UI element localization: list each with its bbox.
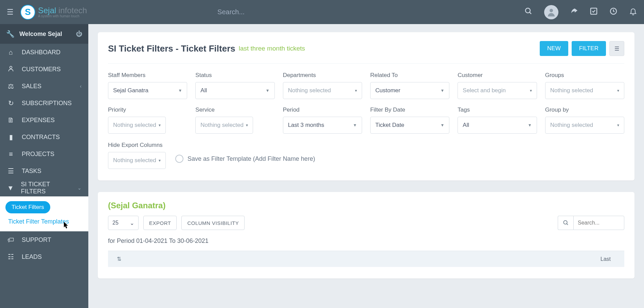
logo-tagline: A system with human touch xyxy=(38,15,87,18)
sidebar-item-leads[interactable]: ☷LEADS xyxy=(0,248,88,265)
filter-button[interactable]: FILTER xyxy=(572,41,606,56)
sidebar-item-expenses[interactable]: 🗎EXPENSES xyxy=(0,112,88,129)
svg-point-6 xyxy=(564,220,567,224)
label-hide-cols: Hide Export Columns xyxy=(108,142,166,149)
label-tags: Tags xyxy=(458,107,537,113)
sidebar-item-dashboard[interactable]: ⌂DASHBOARD xyxy=(0,44,88,61)
svg-line-1 xyxy=(530,12,531,14)
caret-icon: ▼ xyxy=(528,123,532,128)
power-icon[interactable]: ⏻ xyxy=(76,31,82,38)
sidebar-item-subscriptions[interactable]: ↻SUBSCRIPTIONS xyxy=(0,95,88,112)
label-related: Related To xyxy=(370,72,449,79)
select-departments[interactable]: Nothing selected▾ xyxy=(283,82,362,99)
sidebar-sub-ticket-filters[interactable]: Ticket Filters xyxy=(5,201,50,213)
list-icon: ☰ xyxy=(614,45,619,52)
sidebar-item-tasks[interactable]: ☰TASKS xyxy=(0,162,88,179)
sidebar-item-label: CONTRACTS xyxy=(22,134,60,141)
label-departments: Departments xyxy=(283,72,362,79)
new-button[interactable]: NEW xyxy=(540,41,568,56)
sidebar-sub-ticket-filter-templates[interactable]: Ticket Filter Templates xyxy=(5,213,83,227)
caret-icon: ▾ xyxy=(246,123,248,128)
select-groups[interactable]: Nothing selected▾ xyxy=(545,82,624,99)
select-value: Nothing selected xyxy=(200,122,244,129)
export-button[interactable]: EXPORT xyxy=(143,216,177,230)
doc-icon: ▮ xyxy=(7,133,15,141)
logo[interactable]: S Sejal infotech A system with human tou… xyxy=(20,5,87,20)
select-filter-by-date[interactable]: Ticket Date▼ xyxy=(370,117,449,134)
select-group-by[interactable]: Nothing selected▾ xyxy=(545,117,624,134)
sidebar-item-projects[interactable]: ≡PROJECTS xyxy=(0,146,88,162)
select-related[interactable]: Customer▼ xyxy=(370,82,449,99)
sidebar-item-customers[interactable]: CUSTOMERS xyxy=(0,61,88,78)
sidebar-item-sales[interactable]: ⚖SALES‹ xyxy=(0,78,88,95)
refresh-icon: ↻ xyxy=(7,99,15,107)
select-value: Nothing selected xyxy=(113,122,156,129)
label-staff: Staff Members xyxy=(108,72,187,79)
topbar: ☰ S Sejal infotech A system with human t… xyxy=(0,0,644,24)
label-status: Status xyxy=(195,72,274,79)
page-title: SI Ticket Filters - Ticket Filters xyxy=(108,43,235,54)
global-search-input[interactable] xyxy=(217,8,394,16)
chevron-down-icon: ⌄ xyxy=(77,185,82,191)
sidebar-item-si-ticket-filters[interactable]: ▼SI TICKET FILTERS⌄ xyxy=(0,179,88,196)
table-search-input[interactable] xyxy=(573,216,624,230)
label-customer: Customer xyxy=(458,72,537,79)
caret-icon: ▾ xyxy=(617,123,619,128)
caret-icon: ▾ xyxy=(530,88,532,93)
caret-icon: ▼ xyxy=(266,88,270,93)
filter-card: SI Ticket Filters - Ticket Filters last … xyxy=(98,32,634,180)
select-tags[interactable]: All▼ xyxy=(458,117,537,134)
search-icon[interactable] xyxy=(524,7,533,17)
sidebar-item-support[interactable]: 🏷SUPPORT xyxy=(0,231,88,248)
label-filter-by-date: Filter By Date xyxy=(370,107,449,113)
column-visibility-button[interactable]: COLUMN VISIBILITY xyxy=(181,216,245,230)
clock-icon[interactable] xyxy=(609,7,618,17)
select-service[interactable]: Nothing selected▾ xyxy=(195,117,253,134)
select-customer[interactable]: Select and begin▾ xyxy=(458,82,537,99)
sidebar-item-label: TASKS xyxy=(22,168,41,175)
check-icon[interactable] xyxy=(590,7,598,17)
select-value: Customer xyxy=(375,87,400,94)
menu-toggle[interactable]: ☰ xyxy=(7,8,14,17)
user-icon xyxy=(7,65,15,74)
results-title: (Sejal Ganatra) xyxy=(108,201,624,210)
label-service: Service xyxy=(195,107,274,113)
share-icon[interactable] xyxy=(570,7,578,17)
list-view-button[interactable]: ☰ xyxy=(609,41,624,56)
list-icon: ☰ xyxy=(7,167,15,175)
column-last[interactable]: Last xyxy=(601,256,611,262)
sidebar-item-contracts[interactable]: ▮CONTRACTS xyxy=(0,129,88,146)
sidebar-item-label: PROJECTS xyxy=(22,151,54,158)
avatar[interactable] xyxy=(544,5,558,19)
sidebar-item-label: SI TICKET FILTERS xyxy=(21,181,71,195)
sidebar-welcome: 🔧 Welcome Sejal ⏻ xyxy=(0,24,88,44)
sidebar-item-label: SUPPORT xyxy=(22,236,51,244)
wrench-icon: 🔧 xyxy=(6,30,15,38)
caret-icon: ▼ xyxy=(178,88,182,93)
select-period[interactable]: Last 3 months▼ xyxy=(283,117,362,134)
select-value: Sejal Ganatra xyxy=(113,87,148,94)
page-size-select[interactable]: 25⌄ xyxy=(108,216,139,230)
sidebar-item-label: DASHBOARD xyxy=(22,49,60,56)
sidebar: 🔧 Welcome Sejal ⏻ ⌂DASHBOARD CUSTOMERS ⚖… xyxy=(0,24,88,308)
bell-icon[interactable] xyxy=(629,7,637,17)
select-value: Ticket Date xyxy=(375,122,404,129)
caret-icon: ▾ xyxy=(159,158,161,163)
sidebar-item-label: SUBSCRIPTIONS xyxy=(22,100,72,107)
divider xyxy=(108,63,624,64)
filter-icon: ▼ xyxy=(7,184,14,192)
label-group-by: Group by xyxy=(545,107,624,113)
select-value: Last 3 months xyxy=(288,122,324,129)
select-staff[interactable]: Sejal Ganatra▼ xyxy=(108,82,187,99)
save-template-checkbox[interactable] xyxy=(175,155,183,163)
caret-icon: ▾ xyxy=(159,123,161,128)
table-search-button[interactable] xyxy=(558,216,573,230)
select-status[interactable]: All▼ xyxy=(195,82,274,99)
select-value: Select and begin xyxy=(463,87,506,94)
select-hide-cols[interactable]: Nothing selected▾ xyxy=(108,152,166,169)
select-priority[interactable]: Nothing selected▾ xyxy=(108,117,166,134)
leads-icon: ☷ xyxy=(7,253,15,261)
sort-icon[interactable]: ⇅ xyxy=(108,256,130,262)
home-icon: ⌂ xyxy=(7,49,15,56)
caret-icon: ▾ xyxy=(617,88,619,93)
